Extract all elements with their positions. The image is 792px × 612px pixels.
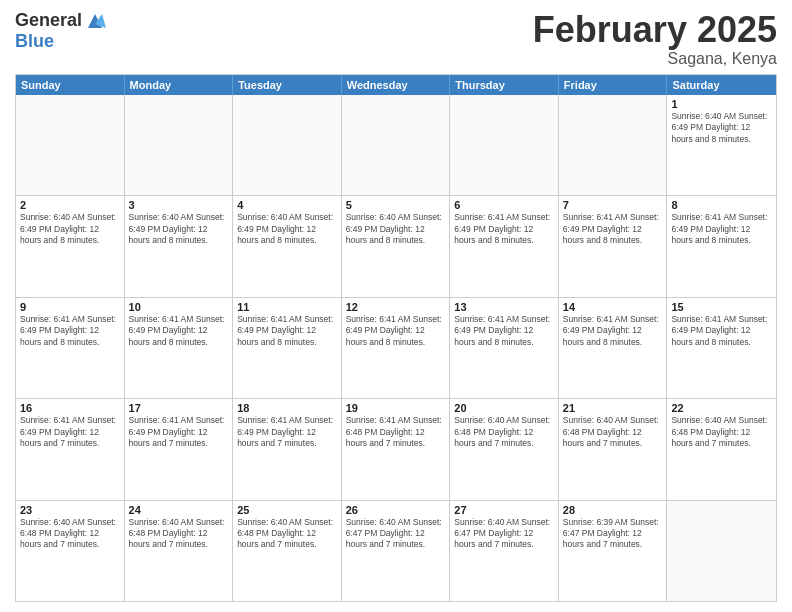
day-number: 28 [563,504,663,516]
logo: General Blue [15,10,106,52]
day-number: 25 [237,504,337,516]
day-cell-4: 4Sunrise: 6:40 AM Sunset: 6:49 PM Daylig… [233,196,342,296]
day-number: 21 [563,402,663,414]
day-info: Sunrise: 6:40 AM Sunset: 6:48 PM Dayligh… [129,517,229,551]
day-cell-13: 13Sunrise: 6:41 AM Sunset: 6:49 PM Dayli… [450,298,559,398]
day-info: Sunrise: 6:41 AM Sunset: 6:49 PM Dayligh… [346,314,446,348]
page: General Blue February 2025 Sagana, Kenya… [0,0,792,612]
day-info: Sunrise: 6:41 AM Sunset: 6:48 PM Dayligh… [346,415,446,449]
day-cell-14: 14Sunrise: 6:41 AM Sunset: 6:49 PM Dayli… [559,298,668,398]
day-cell-22: 22Sunrise: 6:40 AM Sunset: 6:48 PM Dayli… [667,399,776,499]
day-number: 20 [454,402,554,414]
empty-day-cell [450,95,559,195]
day-cell-24: 24Sunrise: 6:40 AM Sunset: 6:48 PM Dayli… [125,501,234,601]
day-info: Sunrise: 6:41 AM Sunset: 6:49 PM Dayligh… [237,415,337,449]
day-cell-26: 26Sunrise: 6:40 AM Sunset: 6:47 PM Dayli… [342,501,451,601]
empty-day-cell [125,95,234,195]
day-number: 17 [129,402,229,414]
day-number: 24 [129,504,229,516]
day-cell-9: 9Sunrise: 6:41 AM Sunset: 6:49 PM Daylig… [16,298,125,398]
week-row-5: 23Sunrise: 6:40 AM Sunset: 6:48 PM Dayli… [16,501,776,601]
week-row-3: 9Sunrise: 6:41 AM Sunset: 6:49 PM Daylig… [16,298,776,399]
day-cell-20: 20Sunrise: 6:40 AM Sunset: 6:48 PM Dayli… [450,399,559,499]
day-number: 1 [671,98,772,110]
day-number: 8 [671,199,772,211]
day-cell-11: 11Sunrise: 6:41 AM Sunset: 6:49 PM Dayli… [233,298,342,398]
day-cell-16: 16Sunrise: 6:41 AM Sunset: 6:49 PM Dayli… [16,399,125,499]
day-number: 6 [454,199,554,211]
day-info: Sunrise: 6:41 AM Sunset: 6:49 PM Dayligh… [563,314,663,348]
day-number: 2 [20,199,120,211]
day-cell-21: 21Sunrise: 6:40 AM Sunset: 6:48 PM Dayli… [559,399,668,499]
location-label: Sagana, Kenya [533,50,777,68]
header-saturday: Saturday [667,75,776,95]
day-number: 16 [20,402,120,414]
logo-blue: Blue [15,32,106,52]
day-cell-5: 5Sunrise: 6:40 AM Sunset: 6:49 PM Daylig… [342,196,451,296]
day-cell-15: 15Sunrise: 6:41 AM Sunset: 6:49 PM Dayli… [667,298,776,398]
day-info: Sunrise: 6:41 AM Sunset: 6:49 PM Dayligh… [129,415,229,449]
day-info: Sunrise: 6:40 AM Sunset: 6:48 PM Dayligh… [454,415,554,449]
day-number: 7 [563,199,663,211]
day-info: Sunrise: 6:40 AM Sunset: 6:48 PM Dayligh… [671,415,772,449]
day-cell-18: 18Sunrise: 6:41 AM Sunset: 6:49 PM Dayli… [233,399,342,499]
day-info: Sunrise: 6:40 AM Sunset: 6:49 PM Dayligh… [129,212,229,246]
day-info: Sunrise: 6:40 AM Sunset: 6:48 PM Dayligh… [237,517,337,551]
header: General Blue February 2025 Sagana, Kenya [15,10,777,68]
day-cell-8: 8Sunrise: 6:41 AM Sunset: 6:49 PM Daylig… [667,196,776,296]
day-number: 12 [346,301,446,313]
day-info: Sunrise: 6:41 AM Sunset: 6:49 PM Dayligh… [671,212,772,246]
week-row-4: 16Sunrise: 6:41 AM Sunset: 6:49 PM Dayli… [16,399,776,500]
day-info: Sunrise: 6:40 AM Sunset: 6:49 PM Dayligh… [20,212,120,246]
day-number: 3 [129,199,229,211]
day-info: Sunrise: 6:40 AM Sunset: 6:49 PM Dayligh… [346,212,446,246]
day-info: Sunrise: 6:41 AM Sunset: 6:49 PM Dayligh… [454,314,554,348]
day-number: 19 [346,402,446,414]
logo-text: General Blue [15,10,106,52]
header-tuesday: Tuesday [233,75,342,95]
day-info: Sunrise: 6:41 AM Sunset: 6:49 PM Dayligh… [129,314,229,348]
day-info: Sunrise: 6:40 AM Sunset: 6:47 PM Dayligh… [346,517,446,551]
day-number: 18 [237,402,337,414]
month-year-title: February 2025 [533,10,777,50]
day-cell-25: 25Sunrise: 6:40 AM Sunset: 6:48 PM Dayli… [233,501,342,601]
day-info: Sunrise: 6:41 AM Sunset: 6:49 PM Dayligh… [671,314,772,348]
day-cell-2: 2Sunrise: 6:40 AM Sunset: 6:49 PM Daylig… [16,196,125,296]
day-info: Sunrise: 6:40 AM Sunset: 6:48 PM Dayligh… [20,517,120,551]
logo-icon [84,10,106,32]
day-number: 22 [671,402,772,414]
day-number: 15 [671,301,772,313]
day-info: Sunrise: 6:41 AM Sunset: 6:49 PM Dayligh… [237,314,337,348]
day-info: Sunrise: 6:41 AM Sunset: 6:49 PM Dayligh… [20,415,120,449]
day-number: 9 [20,301,120,313]
header-sunday: Sunday [16,75,125,95]
day-number: 26 [346,504,446,516]
day-cell-19: 19Sunrise: 6:41 AM Sunset: 6:48 PM Dayli… [342,399,451,499]
day-number: 4 [237,199,337,211]
day-cell-17: 17Sunrise: 6:41 AM Sunset: 6:49 PM Dayli… [125,399,234,499]
day-cell-27: 27Sunrise: 6:40 AM Sunset: 6:47 PM Dayli… [450,501,559,601]
day-cell-7: 7Sunrise: 6:41 AM Sunset: 6:49 PM Daylig… [559,196,668,296]
day-cell-3: 3Sunrise: 6:40 AM Sunset: 6:49 PM Daylig… [125,196,234,296]
logo-general: General [15,11,82,31]
day-number: 11 [237,301,337,313]
day-cell-28: 28Sunrise: 6:39 AM Sunset: 6:47 PM Dayli… [559,501,668,601]
day-info: Sunrise: 6:40 AM Sunset: 6:47 PM Dayligh… [454,517,554,551]
title-section: February 2025 Sagana, Kenya [533,10,777,68]
day-number: 14 [563,301,663,313]
empty-day-cell [342,95,451,195]
day-number: 5 [346,199,446,211]
header-wednesday: Wednesday [342,75,451,95]
day-info: Sunrise: 6:40 AM Sunset: 6:49 PM Dayligh… [237,212,337,246]
header-monday: Monday [125,75,234,95]
week-row-2: 2Sunrise: 6:40 AM Sunset: 6:49 PM Daylig… [16,196,776,297]
week-row-1: 1Sunrise: 6:40 AM Sunset: 6:49 PM Daylig… [16,95,776,196]
day-number: 23 [20,504,120,516]
day-number: 27 [454,504,554,516]
empty-day-cell [16,95,125,195]
day-number: 13 [454,301,554,313]
day-info: Sunrise: 6:40 AM Sunset: 6:49 PM Dayligh… [671,111,772,145]
day-cell-1: 1Sunrise: 6:40 AM Sunset: 6:49 PM Daylig… [667,95,776,195]
empty-day-cell [667,501,776,601]
weeks-container: 1Sunrise: 6:40 AM Sunset: 6:49 PM Daylig… [16,95,776,601]
